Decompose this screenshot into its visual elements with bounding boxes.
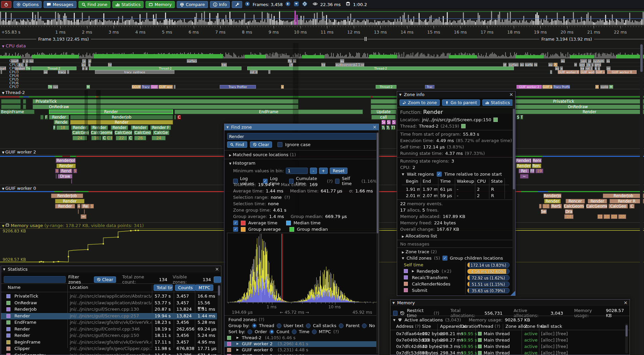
timeline-zone[interactable]: [40, 115, 44, 120]
timeline-zone[interactable]: [56, 174, 57, 179]
statistics-button[interactable]: Statistics: [482, 99, 513, 106]
child-zones-toggle[interactable]: ▼Child zones(5)✓Group children locations: [402, 256, 503, 261]
group-by-no-groupi[interactable]: [362, 323, 367, 328]
timeline-zone[interactable]: Ty: [381, 125, 385, 130]
timeline-zone[interactable]: CalcGeor: [114, 130, 132, 135]
cpu-zone-chip[interactable]: s: [591, 63, 594, 66]
zone-info-titlebar[interactable]: ▼ Zone info ×: [397, 91, 515, 98]
time-relative-checkbox[interactable]: ✓: [437, 172, 442, 177]
find-button[interactable]: Find: [227, 141, 247, 148]
options-button[interactable]: Options: [13, 1, 42, 8]
timeline-zone[interactable]: CalcGeomet: [586, 204, 607, 209]
sort-by-count[interactable]: [269, 329, 274, 334]
timeline-zone[interactable]: [84, 209, 85, 214]
child-zone-row[interactable]: Self time172.14 us (3.83%): [397, 262, 515, 268]
timeline-zone[interactable]: RerS: [550, 204, 562, 209]
statistics-row[interactable]: Renderjni/../jni/src/guif/Control.cpp:34…: [1, 326, 217, 332]
zone-trace-toggle[interactable]: ▶ Zone trace (2): [402, 249, 437, 254]
timeline-zone[interactable]: RenderJ: [516, 158, 532, 163]
memory-col-header[interactable]: Size: [422, 324, 431, 329]
timeline-zone[interactable]: Dra: [565, 209, 573, 214]
timeline-zone[interactable]: call: [371, 115, 396, 120]
group-by-user-text[interactable]: [277, 323, 281, 328]
statistics-row[interactable]: CalcGeometryjni/../jni/src/claw/graphics…: [1, 352, 217, 355]
timeline-zone[interactable]: C1: [597, 214, 603, 219]
free-callstack-link[interactable]: [free]: [556, 344, 568, 349]
timeline-zone[interactable]: Ren.: [532, 164, 541, 168]
timeline-zone[interactable]: RenderJob: [51, 193, 83, 198]
wait-col-header[interactable]: Time: [440, 179, 455, 184]
timeline-zone[interactable]: 22: [116, 136, 127, 140]
timeline-zone[interactable]: RenderJol: [543, 193, 561, 198]
cpu-zone-chip[interactable]: sy: [606, 59, 610, 63]
timeline-zone[interactable]: FF: [530, 169, 535, 173]
child-zone-row[interactable]: Submit35.63 us (0.79%): [397, 287, 515, 294]
cpu-zone-chip[interactable]: Thread-2: [89, 66, 241, 70]
timeline-zone[interactable]: 10: [603, 214, 610, 219]
legend-checkbox[interactable]: ✓: [233, 227, 238, 232]
column-header-location[interactable]: Location: [70, 285, 88, 290]
column-header-counts[interactable]: Counts: [175, 284, 196, 291]
timeline-zone[interactable]: ~: [520, 174, 529, 179]
timeline-zone[interactable]: 5: [90, 204, 94, 209]
cpu-zone-chip[interactable]: kwot: [221, 63, 227, 66]
timeline-zone[interactable]: Rend: [60, 169, 72, 173]
timeline-zone[interactable]: Draw: [58, 174, 72, 179]
timeline-zone[interactable]: C: [128, 136, 133, 140]
cpu-zone-chip[interactable]: tracy_systrace: [95, 70, 174, 74]
cpu-zone-chip[interactable]: au: [555, 66, 559, 70]
cpu-zone-chip[interactable]: Thread-2: [376, 85, 396, 89]
found-zone-group-row[interactable]: ▶GUIF worker 0(3,231) 4.48 s: [224, 347, 379, 353]
timeline-zone[interactable]: EndFrame: [174, 109, 363, 114]
statistics-button[interactable]: Statistics: [112, 1, 144, 8]
cpu-zone-chip[interactable]: GGUIF: [132, 85, 141, 89]
timeline-zone[interactable]: 8: [55, 169, 59, 173]
timeline-scrollbar[interactable]: [640, 43, 643, 355]
restrict-time-checkbox[interactable]: [393, 311, 397, 316]
decrease-button[interactable]: -: [310, 168, 317, 174]
self-time-checkbox[interactable]: [335, 179, 340, 184]
statistics-scrollbar[interactable]: [218, 285, 220, 353]
clipped-button[interactable]: [214, 276, 221, 283]
timeline-zone[interactable]: ~: [80, 214, 87, 219]
cpu-zone-chip[interactable]: Thre: [25, 66, 31, 70]
statistics-row[interactable]: RenderJobjni/../jni/src/guif/Screen.cpp:…: [1, 306, 217, 313]
cpu-zone-chip[interactable]: A: [553, 63, 557, 66]
color-swatch[interactable]: [461, 124, 466, 128]
timeline-zone[interactable]: 18: [56, 125, 69, 130]
cpu-zone-chip[interactable]: surfacefl: [508, 63, 519, 66]
zone-info-scrollbar[interactable]: [513, 99, 515, 294]
timeline-zone[interactable]: Rei: [519, 169, 529, 173]
cpu-zone-chip[interactable]: a: [281, 85, 284, 89]
cpu-zone-chip[interactable]: kv.gm: [18, 63, 23, 66]
cpu-zone-chip[interactable]: a: [85, 66, 88, 70]
cpu-zone-chip[interactable]: system_s: [593, 59, 604, 63]
timeline-zone[interactable]: CalcGeo: [608, 204, 628, 209]
timeline-zone[interactable]: T: [520, 115, 523, 120]
timeline-zone[interactable]: CalcGeome: [564, 204, 584, 209]
timeline-zone[interactable]: Render: [55, 199, 85, 204]
info-button[interactable]: Info: [210, 1, 230, 8]
wait-col-header[interactable]: State: [491, 179, 508, 184]
timeline-zone[interactable]: OnRedraw: [33, 104, 299, 109]
timeline-zone[interactable]: 26: [134, 136, 146, 140]
cpu-zone-chip[interactable]: sysk: [53, 85, 58, 89]
cpu-zone-chip[interactable]: Tracy Profiler: [220, 85, 256, 89]
timeline-zone[interactable]: S: [517, 115, 520, 120]
wait-col-header[interactable]: End: [423, 179, 439, 184]
close-icon[interactable]: ×: [624, 301, 628, 305]
min-values-input[interactable]: 1: [286, 168, 308, 174]
filter-zones-input[interactable]: [4, 276, 66, 283]
legend-checkbox[interactable]: ✓: [233, 220, 238, 225]
zoom-to-zone-button[interactable]: Zoom to zone: [399, 99, 440, 106]
resize-grip[interactable]: [511, 291, 515, 296]
timeline-zone[interactable]: 24: [564, 214, 574, 219]
cpu-zone-chip[interactable]: syste: [600, 85, 608, 89]
cpu-zone-chip[interactable]: gms: [594, 63, 601, 66]
messages-button[interactable]: Messages: [44, 1, 76, 8]
free-callstack-link[interactable]: [free]: [556, 350, 568, 355]
memory-col-header[interactable]: Address (?): [396, 324, 421, 329]
group-by-call-stacks[interactable]: [306, 323, 311, 328]
cpu-zone-chip[interactable]: Thread-2: [247, 66, 514, 70]
cpu-zone-chip[interactable]: se: [25, 59, 29, 63]
